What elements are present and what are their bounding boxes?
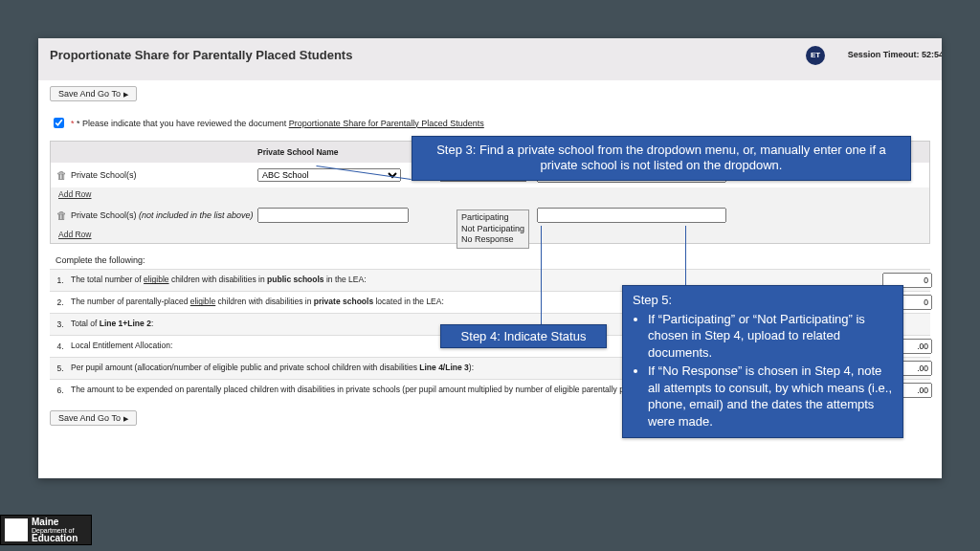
review-checkbox-row[interactable]: * * Please indicate that you have review… bbox=[50, 115, 930, 131]
session-timeout: Session Timeout: 52:54 bbox=[848, 50, 942, 59]
avatar[interactable]: ET bbox=[806, 46, 825, 65]
review-label-text: * Please indicate that you have reviewed… bbox=[77, 119, 289, 128]
chevron-right-icon: ▶ bbox=[123, 415, 128, 422]
chevron-right-icon: ▶ bbox=[123, 91, 128, 98]
trash-icon[interactable]: 🗑 bbox=[56, 169, 67, 181]
callout-step-4: Step 4: Indicate Status bbox=[440, 324, 607, 348]
callout-step-5-bullet-1: If “Participating” or “Not Participating… bbox=[648, 311, 893, 362]
callout-step-5-bullet-2: If “No Response” is chosen in Step 4, no… bbox=[648, 363, 893, 430]
required-star: * bbox=[71, 119, 75, 128]
row-label-not-listed: Private School(s) bbox=[71, 210, 139, 220]
callout-step-3: Step 3: Find a private school from the d… bbox=[412, 136, 911, 181]
maine-doe-logo: MaineDepartment ofEducation bbox=[0, 515, 92, 545]
comments-input-2[interactable] bbox=[537, 208, 726, 223]
row-label-private-schools: Private School(s) bbox=[71, 170, 137, 180]
save-and-go-button-top[interactable]: Save And Go To▶ bbox=[50, 86, 137, 101]
complete-title: Complete the following: bbox=[50, 252, 930, 269]
row-label-not-listed-note: (not included in the list above) bbox=[139, 210, 254, 220]
trash-icon[interactable]: 🗑 bbox=[56, 209, 67, 221]
status-dropdown-options[interactable]: Participating Not Participating No Respo… bbox=[457, 209, 529, 249]
callout-step-5: Step 5: If “Participating” or “Not Parti… bbox=[622, 285, 903, 438]
save-button-label: Save And Go To bbox=[58, 89, 121, 99]
review-checkbox[interactable] bbox=[54, 118, 64, 128]
add-row-link-1[interactable]: Add Row bbox=[51, 187, 929, 203]
logo-mark bbox=[5, 518, 28, 541]
header-band: Proportionate Share for Parentally Place… bbox=[38, 38, 942, 80]
private-school-manual-input[interactable] bbox=[257, 208, 409, 223]
leader-line bbox=[541, 226, 542, 325]
leader-line bbox=[685, 226, 686, 285]
save-and-go-button-bottom[interactable]: Save And Go To▶ bbox=[50, 410, 137, 426]
callout-step-5-title: Step 5: bbox=[633, 292, 893, 309]
review-doc-link[interactable]: Proportionate Share for Parentally Place… bbox=[289, 119, 484, 128]
